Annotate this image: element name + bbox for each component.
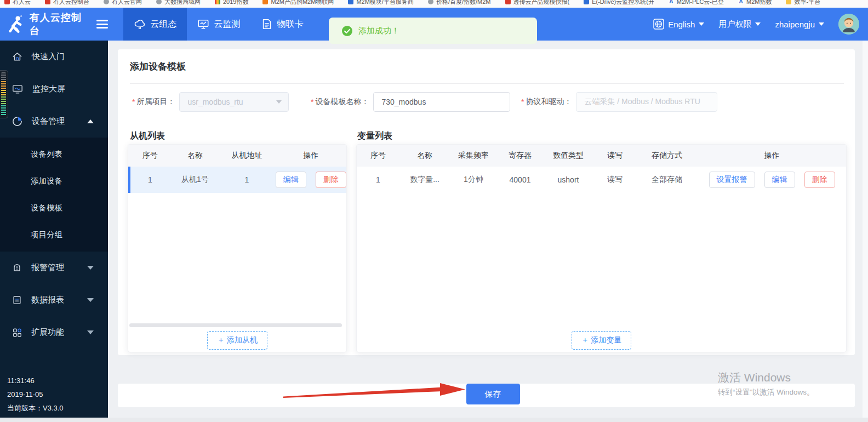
save-button[interactable]: 保存 <box>466 384 520 404</box>
edit-slave-button[interactable]: 编辑 <box>276 172 306 188</box>
watermark-subtitle: 转到“设置”以激活 Windows。 <box>718 387 814 397</box>
sidebar-item-label: 扩展功能 <box>31 327 64 338</box>
big-screen-icon <box>12 84 23 94</box>
bottom-edge-strip <box>0 418 868 422</box>
bookmark-item[interactable]: M2M产品的M2M物联网 <box>262 0 334 6</box>
edit-variable-button[interactable]: 编辑 <box>764 172 795 188</box>
sidebar-item-device-template[interactable]: 设备模板 <box>0 195 108 221</box>
sidebar-item-quick-start[interactable]: 快速入门 <box>0 41 108 73</box>
column-header: 操作 <box>698 151 846 161</box>
menu-icon[interactable] <box>96 20 108 28</box>
bookmark-favicon <box>104 0 109 4</box>
template-name-label: 设备模板名称： <box>315 97 369 107</box>
add-variable-button[interactable]: ＋ 添加变量 <box>572 331 632 350</box>
slave-name-cell: 从机1号 <box>172 175 219 185</box>
table-row[interactable]: 1 从机1号 1 编辑 删除 <box>128 167 346 193</box>
bookmark-item[interactable]: 2019指数 <box>215 0 248 6</box>
bookmark-item[interactable]: 透传云产品规模快报( <box>505 0 570 6</box>
sidebar-item-project-group[interactable]: 项目分组 <box>0 221 108 248</box>
bookmark-item[interactable]: M2M模块/平台服务商 <box>348 0 414 6</box>
bookmark-item[interactable]: 有人云控制台 <box>45 0 89 6</box>
set-alarm-button[interactable]: 设置报警 <box>709 172 755 188</box>
sub-item-label: 项目分组 <box>31 230 62 240</box>
docked-widget[interactable] <box>0 70 8 118</box>
success-toast: 添加成功！ <box>329 18 537 44</box>
sidebar-item-extensions[interactable]: 扩展功能 <box>0 316 108 349</box>
required-asterisk: * <box>132 98 135 106</box>
language-label: English <box>668 20 695 29</box>
bookmark-favicon <box>4 0 10 4</box>
column-header: 序号 <box>128 151 172 161</box>
column-header: 操作 <box>276 151 346 161</box>
bookmark-label: 价格/百度/指数/M2M <box>436 0 491 6</box>
sidebar-item-monitor-screen[interactable]: 监控大屏 <box>0 73 108 105</box>
page-scrollbar[interactable] <box>863 41 868 418</box>
tab-cloud-scada[interactable]: 云组态 <box>123 8 187 41</box>
bookmark-label: 大数据局域网 <box>164 0 201 6</box>
bookmark-item[interactable]: 有人云官网 <box>104 0 142 6</box>
bookmark-item[interactable]: E(-Drive)云监控系统(升 <box>584 0 654 6</box>
user-permission-menu[interactable]: 用户权限 <box>718 19 761 30</box>
required-asterisk: * <box>521 98 524 106</box>
bookmark-item[interactable]: 价格/百度/指数/M2M <box>428 0 491 6</box>
sidebar-item-data-report[interactable]: 数据报表 <box>0 284 108 316</box>
bookmark-favicon: A <box>669 0 674 4</box>
protocol-value: 云端采集 / Modbus / Modbus RTU <box>584 97 700 107</box>
user-menu[interactable]: zhaipengju <box>775 20 824 29</box>
sidebar-item-label: 监控大屏 <box>32 84 65 94</box>
sidebar-item-add-device[interactable]: 添加设备 <box>0 168 108 195</box>
sidebar-item-device-list[interactable]: 设备列表 <box>0 141 108 168</box>
tab-cloud-monitor[interactable]: 云监测 <box>187 8 250 41</box>
bookmark-item[interactable]: 效率-平台 <box>786 0 820 6</box>
template-name-input[interactable] <box>373 92 510 112</box>
tab-label: 云组态 <box>151 19 177 30</box>
globe-icon <box>653 19 664 30</box>
device-management-submenu: 设备列表 添加设备 设备模板 项目分组 <box>0 138 108 252</box>
bookmark-favicon: A <box>738 0 744 4</box>
bookmark-label: 效率-平台 <box>794 0 820 6</box>
bookmark-item[interactable]: AM2M指数 <box>738 0 772 6</box>
sub-item-label: 设备列表 <box>31 149 62 159</box>
slave-seq-cell: 1 <box>128 175 172 184</box>
sidebar-item-label: 报警管理 <box>31 263 64 273</box>
brand[interactable]: 有人云控制台 <box>0 8 108 41</box>
app-title: 有人云控制台 <box>30 11 88 37</box>
bookmark-favicon <box>156 0 162 4</box>
tab-iot-sim[interactable]: 物联卡 <box>250 8 314 41</box>
current-date: 2019-11-05 <box>7 387 64 401</box>
bookmark-label: 有人云 <box>13 0 31 6</box>
horizontal-scrollbar[interactable] <box>129 323 342 327</box>
bookmark-label: M2M指数 <box>746 0 772 6</box>
windows-watermark: 激活 Windows 转到“设置”以激活 Windows。 <box>718 370 814 397</box>
template-form: * 所属项目： usr_modbus_rtu * 设备模板名称： * 协议和驱动… <box>118 92 855 112</box>
sidebar-item-label: 快速入门 <box>32 52 65 62</box>
avatar[interactable] <box>838 14 859 35</box>
delete-slave-button[interactable]: 删除 <box>316 172 346 188</box>
column-header: 数值类型 <box>543 151 593 161</box>
sim-card-icon <box>261 18 272 30</box>
table-row[interactable]: 1 数字量... 1分钟 40001 ushort 读写 全部存储 设置报警 编… <box>357 167 846 193</box>
bookmark-item[interactable]: AM2M-PLC云-已登 <box>669 0 724 6</box>
language-selector[interactable]: English <box>653 19 704 30</box>
sidebar-item-device-management[interactable]: 设备管理 <box>0 105 108 138</box>
variable-table-header: 序号 名称 采集频率 寄存器 数值类型 读写 存储方式 操作 <box>357 145 846 167</box>
delete-variable-button[interactable]: 删除 <box>804 172 835 188</box>
add-slave-button[interactable]: ＋ 添加从机 <box>207 331 267 350</box>
column-header: 从机地址 <box>218 151 275 161</box>
extensions-grid-icon <box>12 327 22 338</box>
bookmark-label: E(-Drive)云监控系统(升 <box>592 0 654 6</box>
sidebar-item-alarm-management[interactable]: 报警管理 <box>0 252 108 284</box>
protocol-field-group: * 协议和驱动： 云端采集 / Modbus / Modbus RTU <box>521 92 717 112</box>
column-header: 读写 <box>593 151 636 161</box>
bookmark-item[interactable]: 大数据局域网 <box>156 0 201 6</box>
slave-table-header: 序号 名称 从机地址 操作 <box>128 145 346 167</box>
var-rw-cell: 读写 <box>593 175 636 185</box>
project-select[interactable]: usr_modbus_rtu <box>179 92 289 112</box>
var-seq-cell: 1 <box>357 175 399 184</box>
version-label: 当前版本：V3.3.0 <box>7 401 64 415</box>
column-header: 采集频率 <box>450 151 497 161</box>
chevron-up-icon <box>87 119 94 123</box>
bookmark-label: 有人云官网 <box>112 0 142 6</box>
bookmark-item[interactable]: 有人云 <box>4 0 31 6</box>
bookmark-favicon <box>786 0 791 4</box>
